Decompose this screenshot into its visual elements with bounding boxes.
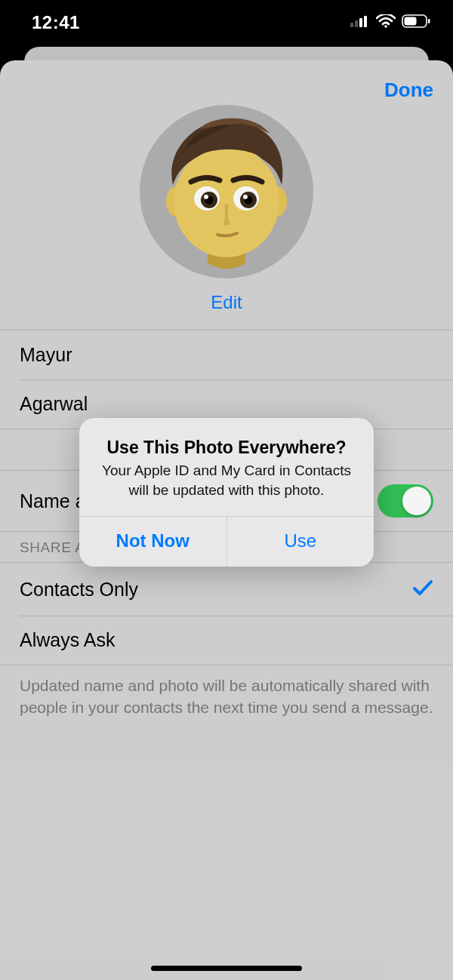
svg-rect-0 [350, 23, 353, 27]
battery-icon [402, 14, 430, 31]
cellular-icon [350, 15, 370, 30]
svg-rect-2 [359, 18, 362, 27]
svg-rect-1 [355, 20, 358, 27]
svg-rect-3 [364, 16, 367, 27]
always-ask-row[interactable]: Always Ask [0, 616, 453, 665]
contacts-only-row[interactable]: Contacts Only [0, 563, 453, 616]
status-icons [350, 14, 430, 31]
wifi-icon [376, 14, 396, 31]
share-options-group: Contacts Only Always Ask [0, 562, 453, 665]
memoji-icon [155, 112, 298, 271]
avatar[interactable] [140, 105, 313, 278]
last-name-value: Agarwal [20, 393, 88, 415]
always-ask-label: Always Ask [20, 629, 115, 651]
alert-not-now-button[interactable]: Not Now [79, 517, 226, 567]
alert-message: Your Apple ID and My Card in Contacts wi… [96, 461, 357, 499]
name-photo-sharing-toggle[interactable] [378, 484, 433, 518]
sharing-footer: Updated name and photo will be automatic… [0, 665, 453, 728]
name-photo-sharing-label: Name a [20, 490, 86, 512]
svg-point-10 [174, 146, 279, 257]
contacts-only-label: Contacts Only [20, 579, 138, 601]
first-name-field[interactable]: Mayur [0, 330, 453, 379]
alert-use-button[interactable]: Use [226, 517, 374, 567]
status-bar: 12:41 [0, 0, 453, 45]
svg-rect-6 [428, 19, 430, 23]
home-indicator[interactable] [151, 966, 302, 971]
svg-point-18 [243, 195, 248, 199]
status-time: 12:41 [32, 12, 80, 33]
done-button[interactable]: Done [384, 78, 433, 102]
svg-point-17 [204, 195, 208, 199]
edit-photo-button[interactable]: Edit [211, 292, 242, 313]
first-name-value: Mayur [20, 344, 72, 366]
name-group: Mayur Agarwal [0, 330, 453, 429]
svg-rect-7 [405, 17, 417, 26]
svg-point-4 [384, 25, 387, 28]
alert-title: Use This Photo Everywhere? [96, 438, 357, 458]
use-photo-alert: Use This Photo Everywhere? Your Apple ID… [79, 418, 374, 567]
checkmark-icon [412, 576, 433, 602]
